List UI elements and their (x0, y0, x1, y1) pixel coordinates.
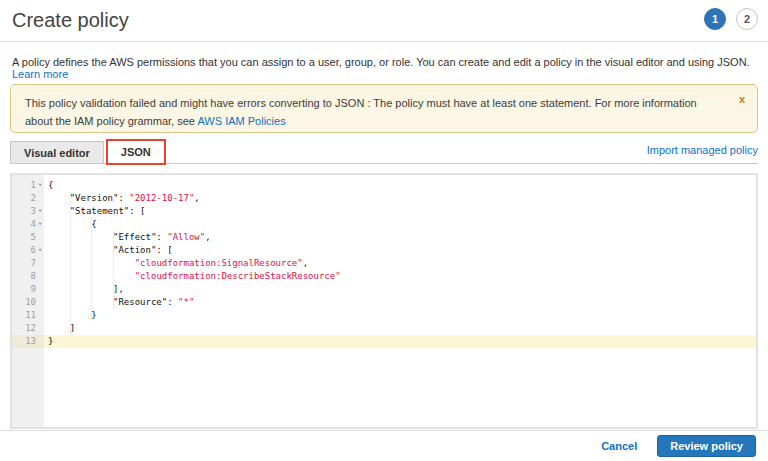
header-divider (0, 41, 768, 42)
code-line[interactable]: 12 ] (12, 322, 756, 335)
code-text: ], (44, 283, 756, 296)
alert-message: This policy validation failed and might … (25, 97, 697, 127)
line-number: 11 (25, 309, 36, 322)
line-number: 10 (25, 296, 36, 309)
import-managed-policy-link[interactable]: Import managed policy (647, 144, 758, 156)
line-number: 8 (31, 270, 36, 283)
review-policy-button[interactable]: Review policy (657, 435, 756, 457)
line-number-cell: 1▾ (12, 179, 44, 192)
code-line[interactable]: 1▾{ (12, 179, 756, 192)
code-text: "cloudformation:SignalResource", (44, 257, 756, 270)
tab-visual-editor[interactable]: Visual editor (10, 141, 104, 163)
line-number: 9 (31, 283, 36, 296)
code-text: "Resource": "*" (44, 296, 756, 309)
intro-sentence: A policy defines the AWS permissions tha… (12, 56, 750, 68)
line-number-cell: 7 (12, 257, 44, 270)
code-text: { (44, 218, 756, 231)
code-line[interactable]: 5 "Effect": "Allow", (12, 231, 756, 244)
create-policy-page: Create policy 12 A policy defines the AW… (0, 0, 768, 461)
line-number-cell: 12 (12, 322, 44, 335)
fold-arrow-icon[interactable]: ▾ (36, 218, 44, 231)
code-text: "Effect": "Allow", (44, 231, 756, 244)
line-number-cell: 13 (12, 335, 44, 348)
wizard-step-1: 1 (704, 8, 726, 30)
code-line[interactable]: 9 ], (12, 283, 756, 296)
code-text: "Version": "2012-10-17", (44, 192, 756, 205)
close-icon[interactable]: x (739, 90, 745, 108)
code-line[interactable]: 8 "cloudformation:DescribeStackResource" (12, 270, 756, 283)
tab-bar: Visual editorJSON Import managed policy (10, 141, 758, 164)
code-text: "Statement": [ (44, 205, 756, 218)
code-text: "Action": [ (44, 244, 756, 257)
line-number: 5 (31, 231, 36, 244)
code-line[interactable]: 2 "Version": "2012-10-17", (12, 192, 756, 205)
page-title: Create policy (12, 9, 129, 32)
fold-arrow-icon[interactable]: ▾ (36, 179, 44, 192)
validation-alert: This policy validation failed and might … (10, 84, 758, 133)
tabs: Visual editorJSON (10, 141, 164, 163)
code-text: } (44, 309, 756, 322)
line-number-cell: 3▾ (12, 205, 44, 218)
tab-json[interactable]: JSON (108, 141, 164, 163)
intro-text: A policy defines the AWS permissions tha… (12, 56, 756, 80)
code-text: { (44, 179, 756, 192)
code-line[interactable]: 6▾ "Action": [ (12, 244, 756, 257)
code-line[interactable]: 11 } (12, 309, 756, 322)
line-number-cell: 4▾ (12, 218, 44, 231)
alert-policies-link[interactable]: AWS IAM Policies (197, 115, 285, 127)
line-number-cell: 10 (12, 296, 44, 309)
line-number-cell: 6▾ (12, 244, 44, 257)
fold-arrow-icon[interactable]: ▾ (36, 244, 44, 257)
json-editor[interactable]: 1▾{2 "Version": "2012-10-17",3▾ "Stateme… (10, 173, 758, 429)
code-text: ] (44, 322, 756, 335)
line-number: 12 (25, 322, 36, 335)
line-number: 7 (31, 257, 36, 270)
learn-more-link[interactable]: Learn more (12, 68, 68, 80)
code-line[interactable]: 10 "Resource": "*" (12, 296, 756, 309)
wizard-steps: 12 (704, 8, 758, 30)
line-number: 13 (25, 335, 36, 348)
line-number-cell: 5 (12, 231, 44, 244)
line-number-cell: 11 (12, 309, 44, 322)
code-text: "cloudformation:DescribeStackResource" (44, 270, 756, 283)
line-number-cell: 2 (12, 192, 44, 205)
code-lines: 1▾{2 "Version": "2012-10-17",3▾ "Stateme… (12, 179, 756, 348)
footer-bar: Cancel Review policy (0, 430, 768, 461)
line-number-cell: 8 (12, 270, 44, 283)
code-line[interactable]: 7 "cloudformation:SignalResource", (12, 257, 756, 270)
fold-arrow-icon[interactable]: ▾ (36, 205, 44, 218)
cancel-button[interactable]: Cancel (601, 440, 637, 452)
line-number: 2 (31, 192, 36, 205)
wizard-step-2: 2 (736, 8, 758, 30)
code-text: } (44, 335, 756, 348)
code-line[interactable]: 3▾ "Statement": [ (12, 205, 756, 218)
code-line[interactable]: 13} (12, 335, 756, 348)
line-number-cell: 9 (12, 283, 44, 296)
code-line[interactable]: 4▾ { (12, 218, 756, 231)
page-header: Create policy 12 (0, 0, 768, 41)
